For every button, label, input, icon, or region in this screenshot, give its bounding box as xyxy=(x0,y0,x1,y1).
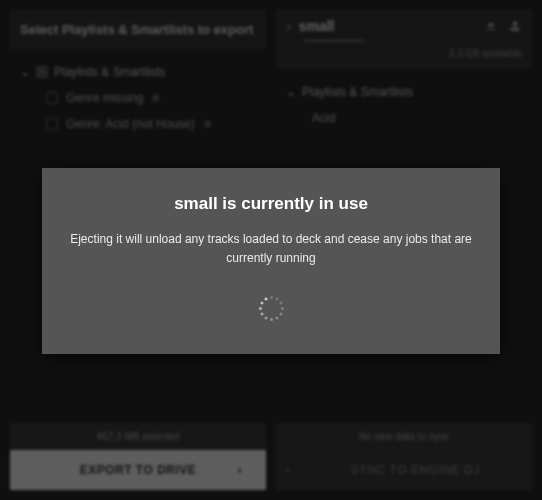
dialog-title: small is currently in use xyxy=(70,194,472,214)
eject-warning-dialog: small is currently in use Ejecting it wi… xyxy=(42,168,500,354)
loading-spinner-icon xyxy=(257,294,285,322)
dialog-body: Ejecting it will unload any tracks loade… xyxy=(70,230,472,268)
